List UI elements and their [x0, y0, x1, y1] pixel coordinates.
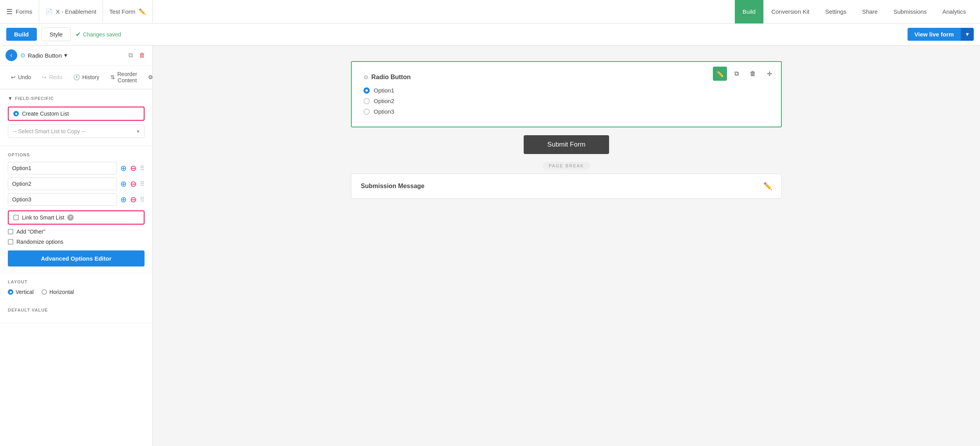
build-button[interactable]: Build — [6, 28, 37, 41]
default-value-section: DEFAULT VALUE — [0, 301, 152, 324]
tab-analytics[interactable]: Analytics — [935, 0, 974, 24]
add-other-row[interactable]: Add "Other" — [8, 228, 145, 235]
main-layout: ‹ ⊙ Radio Button ▾ ⧉ 🗑 ↩ Undo ↪ Redo 🕐 — [0, 45, 980, 446]
default-value-title: DEFAULT VALUE — [8, 308, 145, 312]
tab-settings[interactable]: Settings — [817, 0, 854, 24]
history-button[interactable]: 🕐 History — [70, 73, 103, 82]
breadcrumb: ☰ Forms 📄 X - Enablement Test Form ✏️ — [6, 0, 735, 24]
horizontal-label: Horizontal — [49, 289, 74, 295]
create-custom-list-radio — [13, 111, 19, 116]
submission-message-label: Submission Message — [361, 183, 425, 190]
view-live-form-group: View live form ▼ — [908, 28, 974, 41]
folder-icon: 📄 — [45, 8, 53, 15]
radio-options-preview: Option1 Option2 Option3 — [363, 87, 769, 115]
edit-pencil-icon: ✏️ — [139, 8, 146, 15]
top-nav: ☰ Forms 📄 X - Enablement Test Form ✏️ Bu… — [0, 0, 980, 24]
radio-field-title: ⊙ Radio Button — [363, 74, 769, 81]
advanced-options-editor-button[interactable]: Advanced Options Editor — [8, 250, 145, 267]
radio-field-icon: ⊙ — [363, 74, 368, 80]
forms-icon: ☰ — [6, 7, 13, 16]
radio-button-card: ✏️ ⧉ 🗑 ✛ ⊙ Radio Button Option1 — [351, 61, 782, 127]
duplicate-field-button[interactable]: ⧉ — [729, 67, 743, 81]
redo-icon: ↪ — [42, 74, 47, 80]
add-field-button[interactable]: ✛ — [762, 67, 776, 81]
form-preview: ✏️ ⧉ 🗑 ✛ ⊙ Radio Button Option1 — [351, 61, 782, 199]
chevron-down-icon[interactable]: ▾ — [64, 52, 67, 59]
randomize-label: Randomize options — [16, 239, 63, 245]
field-specific-title: Field-Specific — [15, 96, 54, 101]
link-smart-list-label: Link to Smart List — [22, 214, 64, 221]
drag-handle-1[interactable]: ⠿ — [140, 165, 145, 172]
add-option-3-button[interactable]: ⊕ — [120, 195, 127, 204]
toolbar-row: ↩ Undo ↪ Redo 🕐 History ⇅ Reorder Conten… — [0, 65, 152, 89]
remove-option-2-button[interactable]: ⊖ — [130, 179, 137, 189]
left-panel: ‹ ⊙ Radio Button ▾ ⧉ 🗑 ↩ Undo ↪ Redo 🕐 — [0, 45, 153, 446]
link-to-smart-list-option[interactable]: Link to Smart List ? — [8, 210, 145, 225]
undo-button[interactable]: ↩ Undo — [8, 73, 34, 82]
field-type-label: ⊙ Radio Button ▾ — [20, 52, 124, 59]
second-toolbar: Build Style ✔ Changes saved View live fo… — [0, 24, 980, 45]
option-input-2[interactable] — [8, 178, 117, 190]
field-header-actions: ⧉ 🗑 — [127, 50, 147, 60]
drag-handle-3[interactable]: ⠿ — [140, 196, 145, 203]
vertical-label: Vertical — [16, 289, 34, 295]
tab-build[interactable]: Build — [735, 0, 763, 24]
breadcrumb-x-enablement[interactable]: 📄 X - Enablement — [39, 0, 103, 24]
gear-icon: ⚙ — [148, 74, 153, 80]
delete-field-button[interactable]: 🗑 — [137, 50, 147, 60]
select-smart-list-dropdown[interactable]: -- Select Smart List to Copy -- ▾ — [8, 125, 145, 138]
edit-submission-message-button[interactable]: ✏️ — [763, 182, 772, 190]
tab-submissions[interactable]: Submissions — [886, 0, 935, 24]
redo-button[interactable]: ↪ Redo — [39, 73, 65, 82]
field-header: ‹ ⊙ Radio Button ▾ ⧉ 🗑 — [0, 45, 152, 65]
submit-button-row: Submit Form — [351, 135, 782, 154]
reorder-content-button[interactable]: ⇅ Reorder Content — [107, 69, 141, 85]
page-break: PAGE BREAK — [351, 162, 782, 170]
create-custom-list-option[interactable]: Create Custom List — [8, 107, 145, 121]
page-break-label: PAGE BREAK — [542, 162, 590, 170]
view-live-form-button[interactable]: View live form — [908, 28, 961, 41]
edit-field-button[interactable]: ✏️ — [713, 67, 727, 81]
add-option-1-button[interactable]: ⊕ — [120, 163, 127, 173]
option-input-1[interactable] — [8, 162, 117, 174]
remove-option-3-button[interactable]: ⊖ — [130, 195, 137, 204]
tab-conversion-kit[interactable]: Conversion Kit — [763, 0, 817, 24]
radio-button-icon: ⊙ — [20, 52, 25, 59]
copy-field-button[interactable]: ⧉ — [127, 50, 134, 60]
layout-horizontal[interactable]: Horizontal — [42, 289, 74, 295]
forms-label: Forms — [16, 8, 33, 15]
add-option-2-button[interactable]: ⊕ — [120, 179, 127, 189]
back-button[interactable]: ‹ — [5, 49, 17, 61]
drag-handle-2[interactable]: ⠿ — [140, 180, 145, 188]
checkmark-icon: ✔ — [76, 31, 81, 38]
undo-icon: ↩ — [11, 74, 16, 80]
right-content: ✏️ ⧉ 🗑 ✛ ⊙ Radio Button Option1 — [153, 45, 980, 446]
breadcrumb2-label: Test Form — [109, 8, 136, 15]
options-section-title: OPTIONS — [8, 152, 145, 157]
preview-option-1: Option1 — [363, 87, 769, 94]
randomize-options-row[interactable]: Randomize options — [8, 239, 145, 245]
tab-share[interactable]: Share — [854, 0, 886, 24]
changes-saved-text: Changes saved — [83, 31, 121, 38]
submit-form-button[interactable]: Submit Form — [524, 135, 609, 154]
option-row-1: ⊕ ⊖ ⠿ — [8, 162, 145, 174]
delete-field-button-card[interactable]: 🗑 — [746, 67, 760, 81]
view-live-form-dropdown-button[interactable]: ▼ — [961, 28, 974, 41]
link-smart-list-checkbox — [13, 215, 19, 220]
add-other-checkbox — [8, 229, 13, 234]
breadcrumb-forms[interactable]: ☰ Forms — [6, 0, 39, 24]
options-list: ⊕ ⊖ ⠿ ⊕ ⊖ ⠿ ⊕ ⊖ ⠿ — [8, 162, 145, 206]
preview-radio-empty-2 — [363, 98, 370, 104]
style-button[interactable]: Style — [42, 27, 71, 41]
nav-tabs: Build Conversion Kit Settings Share Subm… — [735, 0, 974, 24]
form-extras-button[interactable]: ⚙ Form Extras — [145, 69, 153, 85]
option-input-3[interactable] — [8, 193, 117, 206]
preview-option-2: Option2 — [363, 98, 769, 104]
field-specific-section: ▼ Field-Specific Create Custom List -- S… — [0, 89, 152, 146]
layout-vertical[interactable]: Vertical — [8, 289, 34, 295]
breadcrumb-test-form[interactable]: Test Form ✏️ — [103, 0, 153, 24]
remove-option-1-button[interactable]: ⊖ — [130, 163, 137, 173]
clock-icon: 🕐 — [73, 74, 80, 80]
randomize-checkbox — [8, 239, 13, 245]
dropdown-chevron-icon: ▾ — [137, 128, 139, 134]
